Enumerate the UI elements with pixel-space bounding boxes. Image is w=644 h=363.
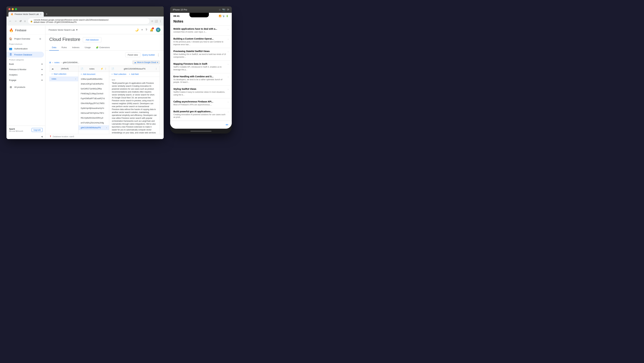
- doc-id-10: gMrO1fIiXM5f4lolwzFN: [81, 126, 101, 129]
- doc-id-2: 5zK34R271brWt3zZffNa: [81, 88, 102, 90]
- add-document-link[interactable]: + Add document: [78, 72, 109, 77]
- rotate-icon[interactable]: ⟳: [227, 8, 229, 11]
- maximize-button[interactable]: [15, 8, 17, 10]
- col-item-doc-6[interactable]: GybbVqm9jHoaodmwVpYv: [78, 106, 109, 111]
- tab-extensions[interactable]: 🧩 Extensions: [93, 44, 112, 50]
- sidebar-category-release[interactable]: Release & Monitor ▾: [6, 67, 45, 72]
- note-item-4[interactable]: Error Handling with Combine and S... As …: [170, 73, 232, 86]
- col-item-doc-10[interactable]: gMrO1fIiXM5f4lolwzFN ›: [78, 125, 109, 130]
- project-selector[interactable]: Firestore Vector Search Lab ▼: [48, 29, 78, 31]
- sidebar-item-authentication[interactable]: 👥 Authentication: [6, 46, 44, 52]
- more-options-icon[interactable]: ⋮: [157, 53, 160, 57]
- sidebar-item-all-products[interactable]: ⊞ All products: [6, 84, 44, 90]
- sidebar-item-firestore[interactable]: 🗄 Firestore Database: [6, 52, 44, 58]
- note-title-2: Previewing Stateful SwiftUI Views: [174, 50, 226, 52]
- minimize-button[interactable]: [12, 8, 14, 10]
- start-collection-link-doc[interactable]: + Start collection: [112, 73, 126, 75]
- note-title-5: Styling SwiftUI Views: [174, 88, 226, 90]
- col-item-doc-4[interactable]: FyyHOM5aRFTdEvukRZYd: [78, 96, 109, 101]
- sidebar-label-engage: Engage: [9, 79, 16, 81]
- note-item-2[interactable]: Previewing Stateful SwiftUI Views When b…: [170, 48, 232, 60]
- sidebar-item-project-overview[interactable]: 🏠 Project Overview ⚙: [6, 36, 44, 42]
- note-title-1: Building a Custom Combine Operat...: [174, 38, 226, 40]
- home-icon: 🏠: [9, 37, 12, 40]
- tab-indexes[interactable]: Indexes: [70, 44, 82, 50]
- forward-button[interactable]: →: [14, 19, 18, 23]
- col-item-doc-8[interactable]: RExVp8wW1DeeS5RrryJl: [78, 116, 109, 120]
- col-item-doc-5[interactable]: G9mXWzRgryZR7zt17M5S: [78, 101, 109, 106]
- compose-icon[interactable]: ✏: [226, 123, 228, 127]
- home-icon-iphone[interactable]: ⌂: [219, 8, 220, 11]
- bookmark-icon[interactable]: ☆: [151, 20, 153, 23]
- note-item-6[interactable]: Calling asynchronous Firebase API... Mos…: [170, 98, 232, 108]
- home-button[interactable]: ⌂: [24, 19, 26, 23]
- col-item-doc-9[interactable]: er47vA8XuZ6vUmHwJA8g: [78, 120, 109, 125]
- note-title-4: Error Handling with Combine and S...: [174, 75, 226, 78]
- panel-view-button[interactable]: Panel view: [125, 52, 140, 57]
- close-button[interactable]: [8, 8, 10, 10]
- col-item-doc-3[interactable]: F4h8OdqZ1UMqz23xAto0: [78, 91, 109, 96]
- refresh-button[interactable]: ↺: [19, 19, 22, 23]
- breadcrumb-notes[interactable]: notes: [54, 61, 60, 64]
- start-collection-link[interactable]: + Start collection: [49, 72, 78, 76]
- note-item-3[interactable]: Mapping Firestore Data in Swift Swift's …: [170, 60, 232, 73]
- col-item-doc-1[interactable]: 3HdrUrDFgS7eE4HRi2Pm: [78, 82, 109, 86]
- new-tab-button[interactable]: +: [44, 12, 49, 16]
- note-arrow-1: ›: [228, 38, 228, 40]
- sidebar-category-build[interactable]: Build ▾: [6, 62, 45, 67]
- query-builder-button[interactable]: Query builder: [142, 54, 155, 56]
- menu-icon[interactable]: ⋮: [159, 20, 162, 23]
- col-item-notes[interactable]: notes ›: [49, 76, 78, 81]
- help-icon[interactable]: ?: [146, 28, 147, 32]
- add-database-button[interactable]: Add database: [83, 37, 101, 42]
- note-preview-7: Creating innovative AI-powered solutions…: [174, 113, 226, 119]
- note-item-0[interactable]: Mobile applications have to deal with a.…: [170, 26, 232, 36]
- reader-icon[interactable]: ⬜: [154, 20, 158, 23]
- address-bar[interactable]: 🔒 console.firebase.google.com/project/fi…: [28, 18, 150, 24]
- note-preview-3: Swift's Codable API, introduced in Swift…: [174, 66, 226, 71]
- upgrade-button[interactable]: Upgrade: [32, 128, 42, 132]
- tab-close-button[interactable]: ✕: [40, 13, 42, 15]
- user-avatar[interactable]: U: [156, 28, 160, 32]
- more-doc-icon[interactable]: ⋮: [155, 68, 157, 70]
- google-cloud-button[interactable]: ☁ More in Google Cloud ▾: [132, 60, 160, 64]
- note-arrow-5: ›: [228, 88, 228, 90]
- top-icons: 🌙 + ? 🔔 U: [135, 28, 160, 32]
- tab-rules[interactable]: Rules: [59, 44, 69, 50]
- note-item-5[interactable]: Styling SwiftUI Views SwiftUI makes it e…: [170, 86, 232, 98]
- note-item-1[interactable]: Building a Custom Combine Operat... In t…: [170, 36, 232, 48]
- back-button[interactable]: ←: [8, 19, 12, 23]
- settings-icon[interactable]: ⚙: [39, 38, 41, 40]
- screenshot-icon[interactable]: 📷: [222, 8, 226, 11]
- filter-icon[interactable]: ⚡: [100, 68, 103, 70]
- google-cloud-label: More in Google Cloud: [137, 61, 156, 64]
- col-item-doc-7[interactable]: HbOuUaPXtHYqSVucTB7z: [78, 111, 109, 116]
- sidebar-category-engage[interactable]: Engage ▾: [6, 78, 45, 83]
- col-notes-icon: 📄: [81, 68, 83, 70]
- col-item-doc-0[interactable]: 1GBsc1pw8Gdfd6uI446o: [78, 77, 109, 82]
- col-item-doc-2[interactable]: 5zK34R271brWt3zZffNa: [78, 86, 109, 91]
- plan-name: Spark: [9, 128, 23, 130]
- add-icon[interactable]: +: [141, 28, 143, 32]
- note-item-7[interactable]: Build powerful gen AI applications... Cr…: [170, 108, 232, 121]
- col-doc-actions: ⋮: [155, 68, 157, 70]
- tab-data[interactable]: Data: [49, 44, 59, 50]
- note-preview-0: constant flow of events: user input, n..…: [174, 31, 226, 34]
- note-preview-4: As developers, we tend to be a rather op…: [174, 78, 226, 84]
- active-tab[interactable]: 🔥 Firestore Vector Search Lab ✕: [8, 12, 44, 16]
- collapse-sidebar-button[interactable]: ◀: [6, 134, 45, 139]
- build-left: Build: [9, 63, 14, 65]
- project-name: Firestore Vector Search Lab: [48, 29, 75, 31]
- note-arrow-6: ›: [228, 101, 228, 103]
- note-content-5: Styling SwiftUI Views SwiftUI makes it e…: [174, 88, 226, 96]
- tab-usage[interactable]: Usage: [82, 44, 93, 50]
- add-field-link[interactable]: + Add field: [129, 73, 139, 75]
- more-notes-icon[interactable]: ⋮: [104, 68, 107, 70]
- sidebar-category-analytics[interactable]: Analytics ▾: [6, 72, 45, 78]
- note-content-0: Mobile applications have to deal with a.…: [174, 28, 226, 34]
- moon-icon[interactable]: 🌙: [135, 28, 138, 32]
- notifications-icon[interactable]: 🔔: [150, 28, 153, 32]
- note-content-4: Error Handling with Combine and S... As …: [174, 75, 226, 84]
- extensions-icon: 🧩: [96, 46, 98, 48]
- breadcrumb-home[interactable]: ⊞: [49, 61, 51, 64]
